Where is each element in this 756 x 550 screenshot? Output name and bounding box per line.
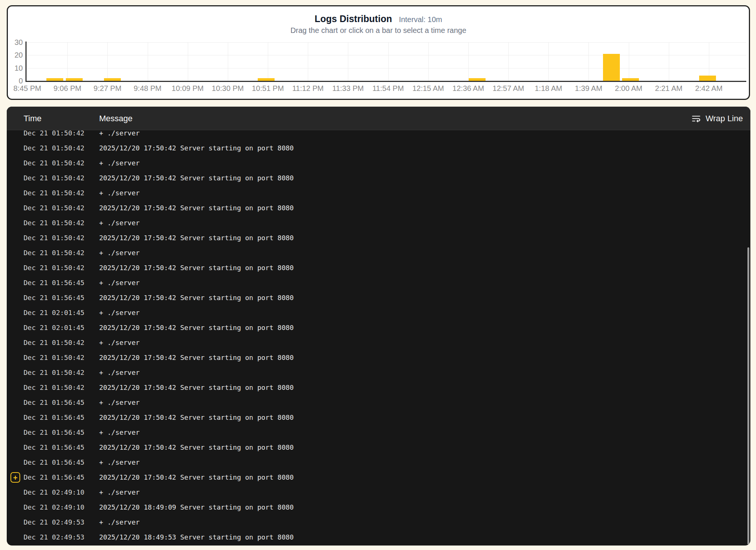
log-message: 2025/12/20 17:50:42 Server starting on p… [99,230,294,245]
log-row[interactable]: Dec 21 01:50:422025/12/20 17:50:42 Serve… [7,230,750,245]
chart-bar[interactable] [66,78,83,81]
gridline-vertical [468,42,469,81]
gridline-horizontal [27,55,746,55]
log-message: + ./server [99,515,140,530]
x-axis-line [25,81,746,82]
log-row[interactable]: Dec 21 01:50:42+ ./server [7,216,750,230]
log-table-header: Time Message Wrap Line [7,107,750,130]
chart-bar[interactable] [699,76,716,81]
log-time: Dec 21 01:56:45 [24,455,85,470]
log-time: Dec 21 02:49:10 [24,485,85,500]
log-message: 2025/12/20 17:50:42 Server starting on p… [99,141,294,156]
log-row[interactable]: Dec 21 01:50:42+ ./server [7,335,750,350]
gridline-vertical [388,42,389,81]
x-axis-tick-label: 12:36 AM [446,84,491,93]
gridline-vertical [107,42,108,81]
log-message: 2025/12/20 17:50:42 Server starting on p… [99,380,294,395]
log-row[interactable]: Dec 21 02:49:10+ ./server [7,485,750,500]
log-row[interactable]: Dec 21 01:50:422025/12/20 17:50:42 Serve… [7,141,750,156]
log-row[interactable]: Dec 21 01:50:422025/12/20 17:50:42 Serve… [7,350,750,365]
chart-header: Logs Distribution Interval: 10m [8,13,749,24]
log-time: Dec 21 01:56:45 [24,275,85,290]
log-message: + ./server [99,245,140,260]
log-message: 2025/12/20 17:50:42 Server starting on p… [99,470,294,485]
log-row[interactable]: +Dec 21 01:56:452025/12/20 17:50:42 Serv… [7,470,750,485]
log-row[interactable]: Dec 21 01:56:45+ ./server [7,455,750,470]
log-row[interactable]: Dec 21 01:56:452025/12/20 17:50:42 Serve… [7,290,750,305]
log-time: Dec 21 02:49:53 [24,530,85,545]
log-rows-viewport: Dec 21 01:50:42+ ./serverDec 21 01:50:42… [7,130,750,546]
log-row[interactable]: Dec 21 01:50:422025/12/20 17:50:42 Serve… [7,260,750,275]
log-row[interactable]: Dec 21 01:50:42+ ./server [7,365,750,380]
log-time: Dec 21 01:50:42 [24,216,85,230]
wrap-line-button[interactable]: Wrap Line [691,107,743,130]
gridline-horizontal [27,68,746,68]
log-message: + ./server [99,455,140,470]
log-time: Dec 21 01:50:42 [24,141,85,156]
log-message: + ./server [99,156,140,171]
chart-title: Logs Distribution [315,13,392,24]
log-row[interactable]: Dec 21 01:50:422025/12/20 17:50:42 Serve… [7,201,750,216]
column-header-message: Message [99,107,132,130]
log-time: Dec 21 01:56:45 [24,395,85,410]
x-axis-tick-label: 10:51 PM [245,84,290,93]
gridline-vertical [428,42,429,81]
chart-bar[interactable] [258,78,275,81]
chart-bar[interactable] [603,54,620,81]
log-row[interactable]: Dec 21 01:56:45+ ./server [7,425,750,440]
log-time: Dec 21 01:50:42 [24,130,85,141]
gridline-vertical [188,42,188,81]
gridline-vertical [508,42,509,81]
chart-bar[interactable] [104,78,121,81]
log-time: Dec 21 02:01:45 [24,305,85,320]
log-row[interactable]: Dec 21 02:49:53+ ./server [7,515,750,530]
log-row[interactable]: Dec 21 02:01:45+ ./server [7,305,750,320]
log-time: Dec 21 01:56:45 [24,425,85,440]
x-axis-tick-label: 11:33 PM [325,84,370,93]
gridline-vertical [629,42,629,81]
y-axis-tick-label: 30 [8,38,23,46]
log-row[interactable]: Dec 21 01:50:422025/12/20 17:50:42 Serve… [7,171,750,186]
log-time: Dec 21 01:50:42 [24,186,85,201]
log-message: 2025/12/20 17:50:42 Server starting on p… [99,171,294,186]
log-message: 2025/12/20 17:50:42 Server starting on p… [99,350,294,365]
x-axis-tick-label: 1:18 AM [526,84,571,93]
log-message: + ./server [99,425,140,440]
chart-bar[interactable] [622,78,639,81]
gridline-vertical [709,42,709,81]
wrap-line-label: Wrap Line [706,114,743,123]
log-row[interactable]: Dec 21 01:50:422025/12/20 17:50:42 Serve… [7,380,750,395]
log-row[interactable]: Dec 21 01:56:452025/12/20 17:50:42 Serve… [7,410,750,425]
log-message: + ./server [99,275,140,290]
log-row[interactable]: Dec 21 02:49:102025/12/20 18:49:09 Serve… [7,500,750,515]
logs-distribution-panel: Logs Distribution Interval: 10m Drag the… [7,5,750,100]
log-message: + ./server [99,335,140,350]
x-axis-tick-label: 9:48 PM [125,84,170,93]
gridline-vertical [148,42,148,81]
log-row[interactable]: Dec 21 01:56:45+ ./server [7,395,750,410]
log-time: Dec 21 01:50:42 [24,365,85,380]
log-row[interactable]: Dec 21 01:50:42+ ./server [7,186,750,201]
scrollbar[interactable] [747,247,749,544]
log-row[interactable]: Dec 21 01:50:42+ ./server [7,245,750,260]
log-row[interactable]: Dec 21 01:56:45+ ./server [7,275,750,290]
log-time: Dec 21 01:50:42 [24,380,85,395]
log-row[interactable]: Dec 21 01:50:42+ ./server [7,130,750,141]
log-row[interactable]: Dec 21 02:01:452025/12/20 17:50:42 Serve… [7,320,750,335]
chart-bar[interactable] [469,78,486,81]
log-row[interactable]: Dec 21 01:50:42+ ./server [7,156,750,171]
log-row[interactable]: Dec 21 01:56:452025/12/20 17:50:42 Serve… [7,440,750,455]
x-axis-tick-label: 1:39 AM [566,84,611,93]
logs-bar-chart[interactable] [27,42,746,81]
x-axis-tick-label: 9:06 PM [45,84,90,93]
log-row[interactable]: Dec 21 02:49:532025/12/20 18:49:53 Serve… [7,530,750,545]
log-message: 2025/12/20 17:50:42 Server starting on p… [99,410,294,425]
expand-row-button[interactable]: + [10,472,20,483]
chart-subtitle: Drag the chart or click on a bar to sele… [8,26,749,35]
log-message: 2025/12/20 18:49:09 Server starting on p… [99,500,294,515]
log-message: + ./server [99,395,140,410]
log-message: + ./server [99,186,140,201]
log-message: + ./server [99,130,140,141]
x-axis-tick-label: 8:45 PM [5,84,50,93]
chart-bar[interactable] [46,78,63,81]
